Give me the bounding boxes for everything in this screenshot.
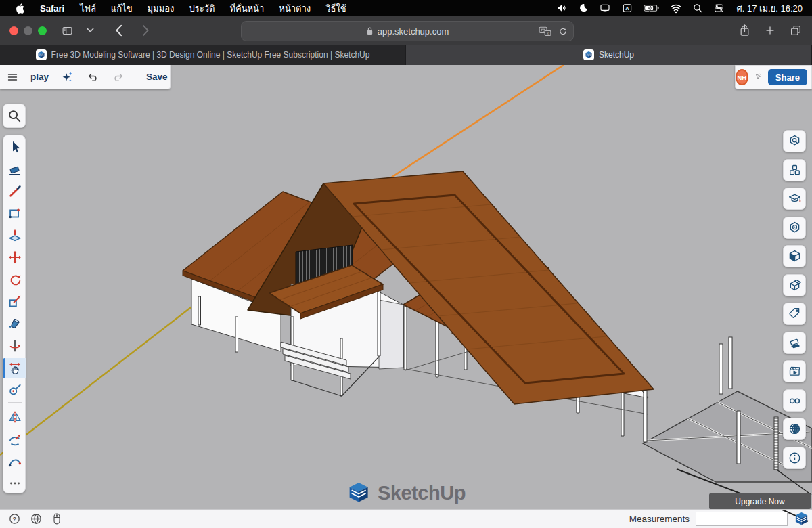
dnd-moon-icon[interactable] [578, 3, 589, 14]
main-menu-button[interactable] [0, 65, 25, 89]
upgrade-now-button[interactable]: Upgrade Now [709, 493, 811, 509]
rectangle-icon [7, 206, 22, 221]
display-icon[interactable] [599, 3, 611, 14]
back-arrow-icon [115, 24, 122, 37]
menu-clock[interactable]: ศ. 17 เม.ย. 16:20 [736, 1, 803, 16]
redo-button[interactable] [106, 65, 131, 89]
tool-flip[interactable] [3, 407, 26, 427]
panel-entity-info[interactable] [783, 130, 806, 152]
tool-scale[interactable] [3, 292, 26, 312]
back-button[interactable] [109, 21, 128, 40]
presence-cursor-icon[interactable] [754, 71, 763, 83]
info-icon [788, 451, 802, 465]
wifi-icon[interactable] [670, 3, 682, 14]
tool-paint-bucket[interactable] [3, 313, 26, 334]
tool-eraser[interactable] [3, 159, 26, 179]
menu-item-history[interactable]: ประวัติ [181, 1, 222, 16]
model-name[interactable]: play [25, 72, 54, 82]
panel-materials[interactable] [783, 245, 806, 267]
tool-pan[interactable] [3, 358, 26, 378]
measurements-input[interactable] [696, 512, 788, 526]
tool-move[interactable] [3, 247, 26, 267]
status-bar: ? Measurements [0, 509, 812, 528]
forward-button[interactable] [136, 21, 155, 40]
tool-orbit[interactable] [3, 429, 26, 449]
panel-model-info[interactable] [783, 447, 806, 469]
globe-icon [788, 422, 802, 436]
safari-toolbar: app.sketchup.com x [0, 16, 812, 45]
tool-push-pull[interactable] [3, 225, 26, 246]
undo-button[interactable] [80, 65, 106, 89]
svg-text:x: x [547, 30, 549, 35]
sidebar-chevron-button[interactable] [81, 21, 99, 40]
tape-measure-icon [7, 382, 22, 397]
panel-tags[interactable] [783, 303, 806, 325]
redo-icon [112, 71, 125, 83]
share-page-button[interactable] [735, 21, 754, 40]
volume-icon[interactable] [556, 3, 568, 14]
help-button[interactable]: ? [8, 512, 21, 525]
menu-item-window[interactable]: หน้าต่าง [271, 1, 318, 16]
share-button[interactable]: Share [768, 69, 807, 85]
panel-components[interactable] [783, 159, 806, 181]
tool-rotate[interactable] [3, 269, 26, 290]
svg-text:A: A [626, 5, 630, 12]
zoom-window-button[interactable] [38, 26, 47, 35]
spotlight-icon[interactable] [692, 3, 703, 14]
tool-more[interactable] [3, 473, 26, 493]
minimize-window-button[interactable] [24, 26, 32, 35]
menu-item-file[interactable]: ไฟล์ [72, 1, 104, 16]
flip-icon [7, 410, 22, 424]
tool-follow-me[interactable] [3, 336, 26, 356]
input-source-icon[interactable]: A [621, 3, 633, 14]
share-icon [739, 24, 750, 37]
menu-item-bookmarks[interactable]: ที่คั่นหน้า [222, 1, 271, 16]
tool-arc[interactable] [3, 452, 26, 472]
panel-soften-edges[interactable] [783, 332, 806, 354]
tab-sketchup-marketing[interactable]: Free 3D Modeling Software | 3D Design On… [0, 45, 406, 65]
language-button[interactable] [30, 512, 43, 525]
menu-item-edit[interactable]: แก้ไข [104, 1, 140, 16]
instructor-cap-icon [788, 192, 802, 206]
address-bar[interactable]: app.sketchup.com x [241, 21, 574, 41]
sidebar-toggle-button[interactable] [58, 21, 76, 40]
tab-sketchup-app[interactable]: SketchUp [406, 45, 812, 65]
menu-item-view[interactable]: มุมมอง [140, 1, 182, 16]
reload-icon[interactable] [558, 26, 568, 37]
avatar[interactable]: NH [736, 69, 748, 85]
new-tab-button[interactable] [761, 21, 780, 40]
save-button[interactable]: Save [138, 72, 176, 82]
sketchup-app: SketchUp Upgrade Now play Save NH Share [0, 65, 812, 509]
panel-display[interactable] [783, 389, 806, 412]
panel-instructor[interactable] [783, 188, 806, 210]
menu-item-help[interactable]: วิธีใช้ [318, 1, 353, 16]
account-toolbar: NH Share [735, 65, 812, 89]
ai-assist-button[interactable] [54, 65, 80, 89]
tool-rectangle[interactable] [3, 203, 26, 223]
sketchup-favicon [583, 49, 594, 60]
sketchup-logo-icon [794, 511, 809, 527]
move-icon [7, 250, 22, 265]
sidebar-icon [61, 25, 74, 37]
hamburger-icon [6, 72, 19, 83]
tool-select[interactable] [3, 136, 26, 156]
panel-geolocation[interactable] [783, 418, 806, 440]
tab-overview-button[interactable] [786, 21, 805, 40]
panel-outliner[interactable] [783, 274, 806, 296]
battery-charging-icon[interactable] [644, 3, 660, 14]
tool-line[interactable] [3, 181, 26, 201]
panel-styles[interactable] [783, 217, 806, 239]
materials-cube-icon [788, 249, 802, 263]
menu-item-safari[interactable]: Safari [32, 3, 72, 14]
control-center-icon[interactable] [713, 3, 725, 14]
mouse-settings-button[interactable] [51, 512, 62, 525]
svg-text:?: ? [13, 516, 16, 523]
tool-tape-measure[interactable] [3, 380, 26, 400]
translate-icon[interactable]: x [539, 26, 551, 37]
tabs-overview-icon [790, 24, 802, 37]
model-viewport[interactable] [0, 65, 812, 509]
panel-scenes[interactable] [783, 360, 806, 382]
tool-search-panel[interactable] [3, 104, 26, 128]
close-window-button[interactable] [9, 26, 18, 35]
apple-menu[interactable] [8, 3, 32, 14]
